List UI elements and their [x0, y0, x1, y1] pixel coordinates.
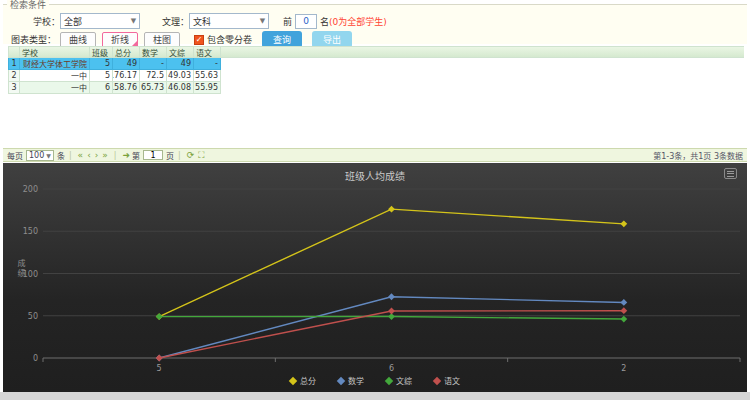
per-page-unit: 条	[57, 150, 65, 161]
svg-text:6: 6	[389, 364, 394, 373]
svg-text:150: 150	[23, 227, 38, 236]
cell-math: -	[140, 58, 167, 70]
legend-item-total[interactable]: 总分	[290, 375, 316, 386]
legend-label: 数学	[348, 375, 364, 386]
row-number: 3	[8, 82, 20, 94]
page-prefix: 第	[132, 150, 140, 161]
chart-title: 班级人均成绩	[3, 168, 747, 183]
table-row[interactable]: 3 一中 6 158.76 65.73 46.08 55.95	[8, 82, 744, 94]
pager-divider: |	[69, 151, 72, 160]
table-header-row: 学校 班级 总分 数学 文综 语文	[8, 46, 744, 58]
header-filler	[221, 46, 744, 58]
cell-school: 一中	[20, 70, 90, 82]
row-filler	[221, 70, 744, 82]
stream-select-value: 文科	[193, 15, 211, 28]
cell-math: 65.73	[140, 82, 167, 94]
per-page-select[interactable]: 100 ▼	[26, 150, 54, 161]
cell-arts: 49	[167, 58, 194, 70]
per-page-label: 每页	[7, 150, 23, 161]
cell-arts: 49.03	[167, 70, 194, 82]
go-page-icon[interactable]: ➜	[123, 150, 131, 160]
header-class[interactable]: 班级	[90, 46, 113, 58]
y-axis-title: 成绩	[15, 259, 26, 279]
cell-class: 5	[90, 58, 113, 70]
last-page-icon[interactable]: »	[102, 150, 108, 160]
header-total[interactable]: 总分	[113, 46, 140, 58]
row-number: 2	[8, 70, 20, 82]
cell-school: 财经大学体工学院	[20, 58, 90, 70]
cell-arts: 46.08	[167, 82, 194, 94]
pager-divider: |	[114, 151, 117, 160]
refresh-icon[interactable]: ⟳	[187, 150, 195, 160]
score-query-window: 检索条件 学校： 全部 ▼ 文理： 文科 ▼ 前 名 (0为全部学生) 图表类型…	[0, 0, 750, 400]
cell-class: 6	[90, 82, 113, 94]
legend-label: 语文	[444, 375, 460, 386]
line-chart-canvas: 050100150200562	[3, 163, 747, 392]
top-n-suffix: 名	[320, 15, 329, 28]
chevron-down-icon: ▼	[260, 17, 265, 25]
diamond-marker-icon	[433, 376, 441, 384]
first-page-icon[interactable]: «	[78, 150, 84, 160]
cell-total: 158.76	[113, 82, 140, 94]
table-row[interactable]: 2 一中 5 176.17 72.5 49.03 55.63	[8, 70, 744, 82]
class-average-chart: 班级人均成绩 成绩 050100150200562 总分 数学 文综 语文	[3, 163, 747, 392]
cell-school: 一中	[20, 82, 90, 94]
diamond-marker-icon	[289, 376, 297, 384]
svg-text:50: 50	[28, 312, 38, 321]
header-school[interactable]: 学校	[20, 46, 90, 58]
stream-select[interactable]: 文科 ▼	[189, 13, 269, 29]
row-filler	[221, 58, 744, 70]
per-page-value: 100	[29, 151, 44, 160]
chevron-down-icon: ▼	[46, 152, 51, 159]
page-suffix: 页	[166, 150, 174, 161]
cell-total: 176.17	[113, 70, 140, 82]
row-number: 1	[8, 58, 20, 70]
chart-menu-icon[interactable]	[724, 168, 737, 179]
svg-text:0: 0	[33, 354, 38, 363]
cell-class: 5	[90, 70, 113, 82]
legend-label: 总分	[300, 375, 316, 386]
resize-icon[interactable]: ⛶	[198, 150, 204, 161]
header-chinese[interactable]: 语文	[194, 46, 221, 58]
legend-item-math[interactable]: 数学	[338, 375, 364, 386]
table-row[interactable]: 1 财经大学体工学院 5 49 - 49 -	[8, 58, 744, 70]
top-n-input[interactable]	[295, 14, 317, 29]
results-table: 学校 班级 总分 数学 文综 语文 1 财经大学体工学院 5 49 - 49 -…	[8, 46, 744, 94]
page-number-input[interactable]	[143, 150, 163, 160]
next-page-icon[interactable]: ›	[95, 150, 99, 160]
chart-legend: 总分 数学 文综 语文	[3, 375, 747, 386]
school-label: 学校：	[33, 15, 60, 28]
stream-label: 文理：	[162, 15, 189, 28]
legend-label: 文综	[396, 375, 412, 386]
window-bottom-edge	[0, 392, 750, 400]
header-arts[interactable]: 文综	[167, 46, 194, 58]
legend-item-arts[interactable]: 文综	[386, 375, 412, 386]
chevron-down-icon: ▼	[131, 17, 136, 25]
svg-text:2: 2	[621, 364, 626, 373]
cell-total: 49	[113, 58, 140, 70]
prev-page-icon[interactable]: ‹	[87, 150, 91, 160]
diamond-marker-icon	[337, 376, 345, 384]
include-zero-checkbox[interactable]: ✓	[194, 35, 204, 45]
cell-math: 72.5	[140, 70, 167, 82]
cell-chinese: -	[194, 58, 221, 70]
header-rownum	[8, 46, 20, 58]
school-select-value: 全部	[64, 15, 82, 28]
pager-divider: |	[178, 151, 181, 160]
chart-type-label: 图表类型：	[11, 33, 56, 46]
svg-text:5: 5	[157, 364, 162, 373]
search-panel: 检索条件 学校： 全部 ▼ 文理： 文科 ▼ 前 名 (0为全部学生) 图表类型…	[3, 4, 747, 44]
top-n-note: (0为全部学生)	[329, 15, 387, 28]
school-select[interactable]: 全部 ▼	[60, 13, 140, 29]
diamond-marker-icon	[385, 376, 393, 384]
cell-chinese: 55.63	[194, 70, 221, 82]
pager-summary: 第1-3条，共1页 3条数据	[653, 150, 743, 161]
row-filler	[221, 82, 744, 94]
svg-text:200: 200	[23, 185, 38, 194]
top-n-prefix: 前	[283, 15, 292, 28]
include-zero-label: 包含零分卷	[207, 33, 252, 46]
chart-type-line-label: 折线	[111, 35, 129, 45]
legend-item-chinese[interactable]: 语文	[434, 375, 460, 386]
pager-bar: 每页 100 ▼ 条 | « ‹ › » | ➜ 第 页 | ⟳ ⛶ 第1-3条…	[3, 148, 747, 162]
header-math[interactable]: 数学	[140, 46, 167, 58]
